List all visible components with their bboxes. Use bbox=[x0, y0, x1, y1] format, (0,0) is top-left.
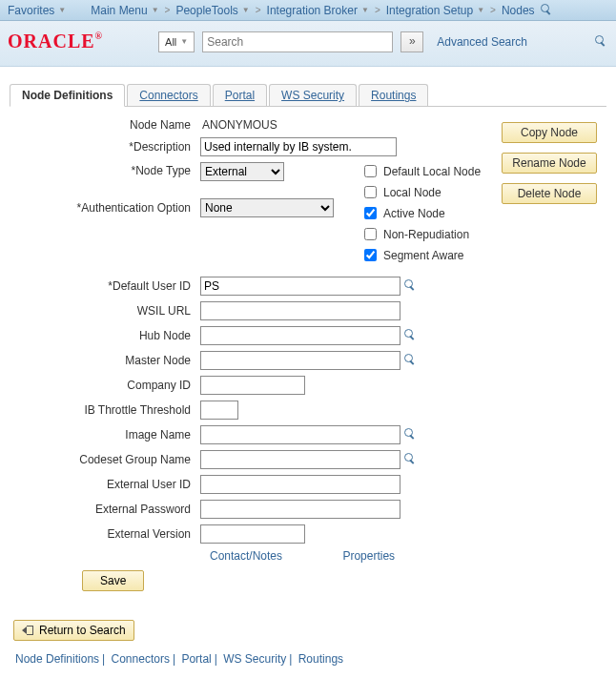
label-description: *Description bbox=[10, 140, 200, 154]
lookup-icon[interactable] bbox=[404, 329, 418, 342]
input-throttle[interactable] bbox=[200, 401, 238, 420]
input-ext-ver[interactable] bbox=[200, 524, 305, 544]
search-icon[interactable] bbox=[541, 4, 554, 17]
label-non-repudiation: Non-Repudiation bbox=[383, 228, 469, 241]
input-codeset[interactable] bbox=[200, 450, 400, 469]
label-default-local-node: Default Local Node bbox=[383, 165, 481, 178]
lookup-icon[interactable] bbox=[404, 453, 418, 466]
copy-node-button[interactable]: Copy Node bbox=[502, 122, 597, 143]
advanced-search-link[interactable]: Advanced Search bbox=[437, 35, 527, 49]
label-hub-node: Hub Node bbox=[10, 329, 200, 342]
select-auth-option[interactable]: None bbox=[200, 198, 334, 217]
label-codeset: Codeset Group Name bbox=[10, 453, 200, 466]
label-company-id: Company ID bbox=[10, 379, 200, 392]
top-nav-bar: Favorites▼ Main Menu▼ > PeopleTools▼ > I… bbox=[0, 0, 616, 21]
check-default-local-node[interactable] bbox=[364, 165, 377, 177]
label-master-node: Master Node bbox=[10, 354, 200, 367]
tab-node-definitions[interactable]: Node Definitions bbox=[10, 84, 125, 107]
label-throttle: IB Throttle Threshold bbox=[10, 403, 200, 417]
label-ext-user: External User ID bbox=[10, 478, 200, 491]
lookup-icon[interactable] bbox=[404, 428, 418, 442]
breadcrumb-sep-icon: > bbox=[254, 5, 263, 15]
link-contact-notes[interactable]: Contact/Notes bbox=[210, 549, 282, 563]
crumb-peopletools[interactable]: PeopleTools bbox=[175, 4, 237, 17]
input-image-name[interactable] bbox=[200, 425, 400, 444]
dropdown-caret-icon: ▼ bbox=[152, 6, 159, 14]
footer-link-portal[interactable]: Portal bbox=[181, 652, 211, 666]
search-scope-label: All bbox=[165, 36, 176, 48]
label-segment-aware: Segment Aware bbox=[383, 249, 464, 262]
input-description[interactable] bbox=[200, 137, 397, 156]
label-auth-option: *Authentication Option bbox=[10, 201, 200, 215]
input-ext-pass[interactable] bbox=[200, 500, 400, 519]
favorites-menu[interactable]: Favorites bbox=[8, 4, 54, 17]
dropdown-caret-icon: ▼ bbox=[180, 37, 188, 46]
save-button[interactable]: Save bbox=[82, 570, 144, 591]
label-node-name: Node Name bbox=[10, 118, 200, 132]
dropdown-caret-icon: ▼ bbox=[361, 6, 369, 14]
tab-routings[interactable]: Routings bbox=[359, 84, 428, 106]
crumb-integration-broker[interactable]: Integration Broker bbox=[267, 4, 358, 17]
tab-ws-security[interactable]: WS Security bbox=[269, 84, 357, 106]
breadcrumb-sep-icon: > bbox=[163, 5, 173, 15]
lookup-icon[interactable] bbox=[404, 279, 418, 293]
input-master-node[interactable] bbox=[200, 351, 400, 370]
footer-link-connectors[interactable]: Connectors bbox=[112, 652, 170, 666]
footer-tab-links: Node Definitions| Connectors| Portal| WS… bbox=[10, 652, 606, 666]
input-default-user-id[interactable] bbox=[200, 277, 400, 296]
search-input[interactable] bbox=[202, 31, 393, 52]
label-ext-ver: External Version bbox=[10, 527, 200, 541]
footer-link-node-definitions[interactable]: Node Definitions bbox=[15, 652, 99, 666]
global-search-bar: ORACLE® All ▼ » Advanced Search bbox=[0, 21, 616, 67]
breadcrumb-sep-icon: > bbox=[488, 5, 498, 15]
return-to-search-button[interactable]: Return to Search bbox=[13, 620, 134, 641]
value-node-name: ANONYMOUS bbox=[200, 118, 277, 132]
crumb-nodes[interactable]: Nodes bbox=[502, 4, 535, 17]
footer-link-routings[interactable]: Routings bbox=[298, 652, 343, 666]
return-icon bbox=[22, 625, 33, 636]
search-scope-select[interactable]: All ▼ bbox=[158, 31, 195, 52]
check-active-node[interactable] bbox=[364, 207, 377, 219]
search-go-button[interactable]: » bbox=[400, 31, 423, 52]
dropdown-caret-icon: ▼ bbox=[477, 6, 484, 14]
check-segment-aware[interactable] bbox=[364, 249, 377, 261]
delete-node-button[interactable]: Delete Node bbox=[502, 183, 597, 204]
label-ext-pass: External Password bbox=[10, 503, 200, 516]
link-properties[interactable]: Properties bbox=[342, 549, 395, 563]
input-hub-node[interactable] bbox=[200, 326, 400, 345]
main-menu[interactable]: Main Menu bbox=[91, 4, 147, 17]
crumb-integration-setup[interactable]: Integration Setup bbox=[386, 4, 473, 17]
input-wsil-url[interactable] bbox=[200, 301, 400, 320]
label-node-type: *Node Type bbox=[10, 162, 200, 177]
dropdown-caret-icon: ▼ bbox=[242, 6, 250, 14]
check-local-node[interactable] bbox=[364, 186, 377, 198]
tab-connectors[interactable]: Connectors bbox=[127, 84, 210, 106]
rename-node-button[interactable]: Rename Node bbox=[502, 153, 597, 174]
dropdown-caret-icon: ▼ bbox=[58, 6, 66, 14]
tab-portal[interactable]: Portal bbox=[213, 84, 267, 106]
check-non-repudiation[interactable] bbox=[364, 228, 377, 240]
select-node-type[interactable]: External bbox=[200, 162, 284, 181]
search-icon[interactable] bbox=[595, 35, 608, 49]
input-ext-user[interactable] bbox=[200, 475, 400, 494]
label-image-name: Image Name bbox=[10, 428, 200, 442]
lookup-icon[interactable] bbox=[404, 354, 418, 367]
oracle-logo: ORACLE® bbox=[8, 31, 103, 52]
breadcrumb-sep-icon: > bbox=[373, 5, 382, 15]
tab-strip: Node Definitions Connectors Portal WS Se… bbox=[10, 84, 606, 107]
label-active-node: Active Node bbox=[383, 207, 445, 220]
label-default-user-id: *Default User ID bbox=[10, 279, 200, 293]
footer-link-ws-security[interactable]: WS Security bbox=[223, 652, 286, 666]
label-local-node: Local Node bbox=[383, 186, 441, 199]
label-wsil-url: WSIL URL bbox=[10, 304, 200, 318]
input-company-id[interactable] bbox=[200, 376, 305, 395]
